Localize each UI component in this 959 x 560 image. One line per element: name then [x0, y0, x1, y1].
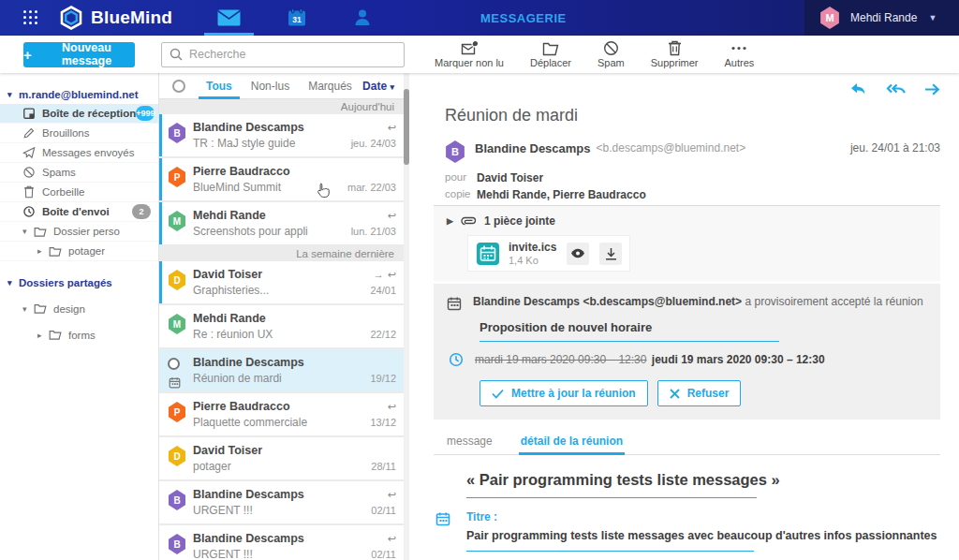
new-meeting-time: jeudi 19 mars 2020 09:30 – 12:30 [652, 353, 825, 366]
toolbar-actions: Marquer non lu Déplacer Spam [421, 38, 767, 70]
cc-value[interactable]: Mehdi Rande, Pierre Baudracco [477, 188, 646, 201]
filter-tab-tous[interactable]: Tous [199, 73, 240, 99]
invite-action-text: a provisoirement accepté la réunion [742, 295, 922, 308]
download-attachment-button[interactable] [599, 243, 622, 265]
folder-icon [49, 329, 62, 341]
bluemind-webmail-app: BlueMind 31 [0, 0, 959, 560]
more-actions-button[interactable]: Autres [712, 38, 768, 70]
sidebar-item-outbox[interactable]: Boîte d'envoi 2 [0, 202, 158, 222]
sidebar-item-forms[interactable]: ▸ forms [0, 325, 158, 345]
reading-pane: Réunion de mardi B Blandine Descamps <b.… [409, 73, 959, 560]
list-scrollbar[interactable] [404, 73, 409, 560]
delete-button[interactable]: Supprimer [638, 38, 712, 70]
new-message-button[interactable]: + Nouveau message [23, 42, 135, 67]
mark-unread-button[interactable]: Marquer non lu [421, 38, 517, 70]
user-menu[interactable]: M Mehdi Rande ▼ [804, 0, 959, 36]
message-row[interactable]: M Mehdi Rande Screenshots pour appli lun… [159, 202, 404, 244]
trash-icon [22, 185, 36, 199]
forward-icon[interactable] [924, 82, 940, 96]
tab-meeting-detail[interactable]: détail de la réunion [519, 429, 625, 454]
message-row[interactable]: D David Toiser Graphisteries... 24/01 [159, 261, 404, 303]
sender-avatar: D [168, 270, 186, 290]
replied-icon [388, 489, 396, 501]
message-row[interactable]: P Pierre Baudracco Plaquette commerciale… [159, 393, 404, 435]
sender-avatar: B [168, 534, 186, 554]
move-button[interactable]: Déplacer [517, 38, 584, 70]
reply-all-icon[interactable] [886, 82, 906, 96]
app-title: MESSAGERIE [480, 0, 567, 36]
contacts-icon[interactable] [346, 0, 379, 36]
decline-meeting-button[interactable]: Refuser [657, 380, 742, 406]
chevron-right-icon[interactable]: ▸ [37, 246, 49, 256]
tab-message[interactable]: message [445, 429, 494, 454]
spam-button[interactable]: Spam [584, 38, 638, 70]
sidebar-item-sent[interactable]: Messages envoyés [0, 143, 158, 163]
preview-attachment-button[interactable] [567, 243, 589, 265]
paperclip-icon [461, 216, 477, 226]
block-icon [22, 166, 36, 179]
bluemind-logo-icon [59, 6, 83, 30]
sender-avatar: B [445, 140, 465, 163]
bluemind-logo[interactable]: BlueMind [59, 6, 172, 30]
chevron-down-icon[interactable]: ▾ [22, 304, 34, 314]
select-all-checkbox[interactable] [172, 80, 185, 93]
mail-icon[interactable] [210, 0, 248, 36]
calendar-icon[interactable]: 31 [280, 0, 314, 36]
title-value: Pair programming tests liste messages av… [466, 529, 937, 542]
pencil-icon [22, 126, 36, 140]
replied-icon [388, 210, 396, 222]
to-label: pour [445, 171, 477, 184]
attachments-toggle[interactable]: ▶ 1 pièce jointe [447, 214, 927, 228]
sidebar-item-spam[interactable]: Spams [0, 163, 158, 183]
forwarded-icon [374, 269, 384, 281]
trash-icon [668, 40, 682, 56]
update-meeting-button[interactable]: Mettre à jour la réunion [480, 380, 648, 406]
sidebar-item-drafts[interactable]: Brouillons [0, 124, 158, 143]
to-value[interactable]: David Toiser [477, 171, 543, 184]
sidebar-item-design[interactable]: ▾ design [0, 299, 158, 318]
filter-tab-non-lus[interactable]: Non-lus [243, 73, 297, 99]
chevron-down-icon: ▾ [390, 82, 394, 92]
shared-folders-header[interactable]: ▾ Dossiers partagés [0, 273, 158, 292]
spam-icon [603, 40, 619, 56]
sidebar-item-trash[interactable]: Corbeille [0, 183, 158, 202]
message-row[interactable]: D David Toiser potager 28/11 [159, 437, 404, 479]
sort-selector[interactable]: Date ▾ [362, 80, 394, 93]
cc-label: copie [445, 188, 477, 201]
message-row[interactable]: B Blandine Descamps TR : MaJ style guide… [159, 114, 404, 156]
message-subject: Réunion de mardi [445, 106, 940, 125]
message-row[interactable]: B Blandine Descamps URGENT !!! 02/11 [159, 481, 404, 523]
search-input[interactable] [189, 48, 396, 61]
message-row[interactable]: M Mehdi Rande Re : réunion UX 22/12 [159, 305, 404, 347]
sidebar-item-inbox[interactable]: Boîte de réception +999 [0, 104, 158, 124]
sender-name[interactable]: Blandine Descamps [475, 141, 591, 155]
calendar-icon [447, 296, 462, 311]
filter-tab-marques[interactable]: Marqués [301, 73, 360, 99]
chevron-down-icon: ▾ [7, 278, 19, 287]
send-icon [22, 146, 36, 159]
scrollbar-thumb[interactable] [404, 89, 409, 165]
user-name: Mehdi Rande [850, 11, 917, 24]
action-toolbar: + Nouveau message Marquer non lu [0, 36, 959, 73]
replied-icon [388, 269, 396, 281]
sender-email: <b.descamps@bluemind.net> [597, 141, 746, 155]
shared-folders-section: ▾ Dossiers partagés ▾ design ▸ forms [0, 273, 158, 345]
chevron-right-icon[interactable]: ▸ [37, 331, 49, 340]
account-header[interactable]: ▾ m.rande@bluemind.net [0, 84, 158, 104]
sidebar-item-dossier-perso[interactable]: ▾ Dossier perso [0, 222, 158, 242]
group-label: La semaine dernière [159, 246, 404, 261]
attachment-card[interactable]: invite.ics 1,4 Ko [467, 235, 630, 272]
user-avatar: M [819, 7, 840, 29]
unread-indicator [159, 114, 162, 156]
sender-avatar: M [168, 211, 186, 231]
chevron-down-icon[interactable]: ▾ [22, 227, 34, 236]
message-checkbox[interactable] [168, 358, 180, 370]
sidebar-item-potager[interactable]: ▸ potager [0, 242, 158, 261]
app-grid-icon[interactable] [23, 10, 38, 25]
message-list: Tous Non-lus Marqués Date ▾ Aujourd'hui … [159, 73, 409, 560]
message-row[interactable]: P Pierre Baudracco BlueMind Summit mar. … [159, 158, 404, 200]
sender-avatar: P [168, 402, 186, 422]
message-row-selected[interactable]: Blandine Descamps Réunion de mardi 19/12 [159, 349, 404, 391]
message-row[interactable]: B Blandine Descamps URGENT !!! 02/11 [159, 525, 404, 560]
reply-icon[interactable] [850, 82, 867, 96]
